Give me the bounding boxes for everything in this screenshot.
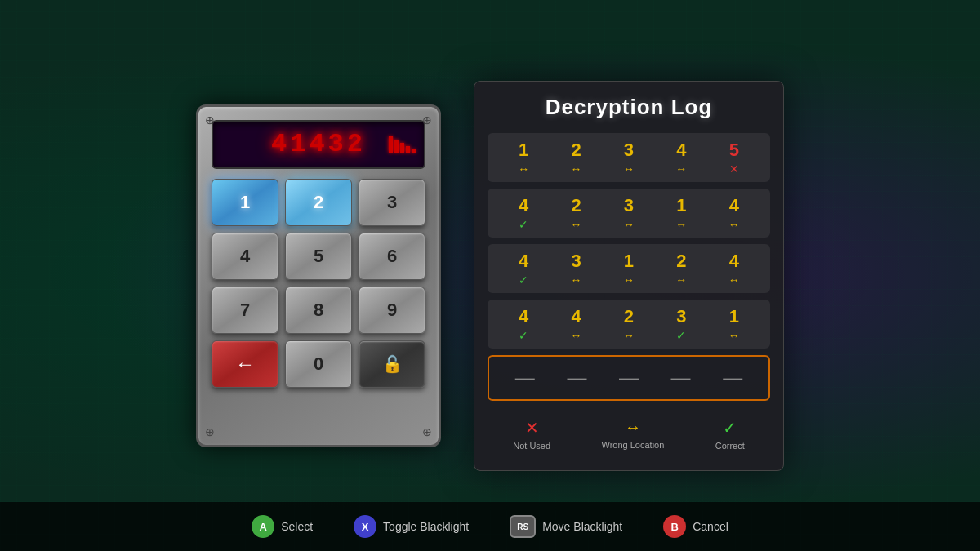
log-cell-3-2: 3 ↔ [556, 251, 597, 287]
cell-number: 4 [729, 251, 739, 272]
cell-indicator: ↔ [675, 218, 687, 231]
log-row-3: 4 ✓ 3 ↔ 1 ↔ 2 ↔ 4 ↔ [488, 244, 770, 293]
key-0[interactable]: 0 [285, 340, 352, 388]
log-cell-3-3: 1 ↔ [608, 251, 649, 287]
cell-number: 3 [624, 195, 634, 216]
log-cell-4-2: 4 ↔ [556, 306, 597, 342]
button-x-badge: X [354, 515, 376, 538]
key-1[interactable]: 1 [212, 179, 278, 226]
action-select: A Select [252, 515, 313, 538]
wrong-location-icon: ↔ [625, 418, 641, 437]
key-8[interactable]: 8 [285, 287, 352, 334]
bar-2 [394, 140, 399, 153]
cell-indicator: ↔ [623, 162, 635, 176]
screw-bottom-right: ⊕ [422, 425, 432, 438]
legend-correct: ✓ Correct [715, 418, 745, 451]
bar-1 [389, 136, 393, 153]
log-cell-4-4: 3 ✓ [661, 306, 702, 342]
cell-number: 3 [571, 251, 581, 272]
key-3[interactable]: 3 [359, 179, 425, 226]
key-7[interactable]: 7 [212, 287, 278, 334]
log-cell-4-1: 4 ✓ [503, 306, 544, 342]
action-cancel-label: Cancel [693, 520, 728, 533]
legend: ✕ Not Used ↔ Wrong Location ✓ Correct [488, 411, 770, 457]
cell-number: 1 [519, 140, 528, 161]
key-backspace[interactable]: ← [212, 340, 278, 388]
bottom-bar: A Select X Toggle Blacklight RS Move Bla… [0, 502, 980, 551]
bar-4 [406, 146, 410, 153]
cell-indicator: ✓ [519, 329, 528, 342]
log-row-2: 4 ✓ 2 ↔ 3 ↔ 1 ↔ 4 ↔ [488, 189, 770, 238]
cell-indicator: ✕ [729, 162, 739, 176]
wrong-location-label: Wrong Location [601, 440, 664, 450]
cell-indicator: ↔ [728, 329, 740, 342]
action-move-label: Move Blacklight [542, 520, 622, 533]
cell-indicator: ↔ [623, 273, 635, 287]
log-row-4: 4 ✓ 4 ↔ 2 ↔ 3 ✓ 1 ↔ [488, 300, 770, 349]
key-lock[interactable]: 🔓 [359, 340, 425, 388]
log-row-1: 1 ↔ 2 ↔ 3 ↔ 4 ↔ 5 ✕ [488, 133, 770, 182]
key-2[interactable]: 2 [285, 179, 352, 226]
legend-not-used: ✕ Not Used [513, 418, 550, 451]
active-dash-1: — [515, 367, 535, 389]
not-used-label: Not Used [513, 441, 550, 451]
cell-number: 4 [676, 140, 686, 161]
log-cell-2-1: 4 ✓ [503, 195, 544, 231]
cell-number: 1 [676, 195, 686, 216]
button-rs-badge: RS [510, 515, 536, 538]
cell-indicator: ↔ [623, 329, 635, 342]
action-toggle-blacklight: X Toggle Blacklight [354, 515, 469, 538]
log-cell-4-5: 1 ↔ [714, 306, 755, 342]
bar-3 [400, 143, 404, 153]
display-code: 41432 [271, 129, 366, 159]
log-cell-3-4: 2 ↔ [661, 251, 702, 287]
active-dash-3: — [619, 367, 639, 389]
screw-bottom-left: ⊕ [205, 425, 215, 438]
log-cell-1-4: 4 ↔ [661, 140, 702, 176]
key-6[interactable]: 6 [359, 233, 425, 280]
cell-number: 1 [729, 306, 739, 327]
log-cell-4-3: 2 ↔ [608, 306, 649, 342]
not-used-icon: ✕ [525, 418, 539, 438]
cell-number: 4 [519, 306, 528, 327]
keypad-panel: ⊕ ⊕ 41432 1 2 3 4 5 6 7 8 [196, 104, 441, 447]
key-5[interactable]: 5 [285, 233, 352, 280]
cell-number: 4 [519, 251, 528, 272]
log-cell-1-1: 1 ↔ [503, 140, 544, 176]
keypad-container: ⊕ ⊕ 41432 1 2 3 4 5 6 7 8 [196, 104, 441, 447]
cell-number: 2 [571, 140, 581, 161]
decryption-log-panel: Decryption Log 1 ↔ 2 ↔ 3 ↔ 4 ↔ 5 ✕ [474, 81, 784, 471]
log-cell-3-5: 4 ↔ [714, 251, 755, 287]
cell-indicator: ↔ [571, 329, 582, 342]
keypad-display: 41432 [212, 120, 425, 169]
keys-grid: 1 2 3 4 5 6 7 8 9 ← 0 🔓 [212, 179, 425, 388]
display-bars [389, 136, 416, 153]
cell-number: 4 [519, 195, 528, 216]
legend-wrong-location: ↔ Wrong Location [601, 418, 664, 450]
cell-indicator: ↔ [728, 273, 740, 287]
correct-label: Correct [715, 441, 745, 451]
log-active-row: — — — — — [488, 355, 770, 401]
cell-number: 2 [676, 251, 686, 272]
active-dash-5: — [723, 367, 742, 389]
cell-indicator: ✓ [519, 273, 528, 287]
cell-number: 5 [729, 140, 739, 161]
key-9[interactable]: 9 [359, 287, 425, 334]
log-cell-2-4: 1 ↔ [661, 195, 702, 231]
log-cell-2-3: 3 ↔ [608, 195, 649, 231]
cell-indicator: ↔ [623, 218, 635, 231]
action-cancel: B Cancel [663, 515, 728, 538]
cell-number: 4 [729, 195, 739, 216]
log-cell-2-2: 2 ↔ [556, 195, 597, 231]
key-4[interactable]: 4 [212, 233, 278, 280]
active-dash-2: — [567, 367, 586, 389]
cell-indicator: ↔ [518, 162, 529, 176]
cell-indicator: ✓ [676, 329, 686, 342]
correct-icon: ✓ [723, 418, 737, 438]
action-toggle-label: Toggle Blacklight [383, 520, 469, 533]
cell-indicator: ↔ [571, 273, 582, 287]
cell-number: 2 [624, 306, 634, 327]
cell-indicator: ↔ [675, 273, 687, 287]
cell-indicator: ↔ [571, 162, 582, 176]
cell-number: 2 [571, 195, 581, 216]
